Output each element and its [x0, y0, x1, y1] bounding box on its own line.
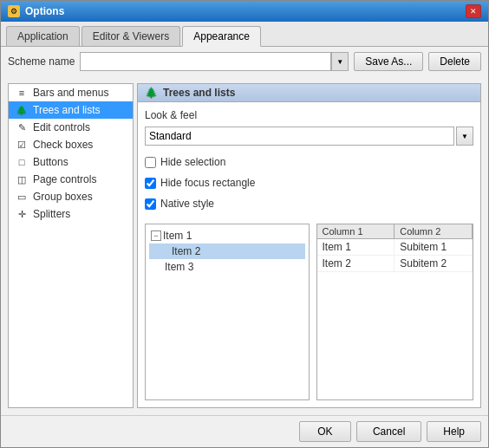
sidebar-item-edit-controls[interactable]: ✎ Edit controls	[9, 119, 133, 136]
list-header-col2: Column 2	[394, 224, 473, 238]
list-cell-2-2: Subitem 2	[394, 256, 473, 271]
sidebar-item-splitters[interactable]: ✛ Splitters	[9, 205, 133, 223]
bars-menus-icon: ≡	[16, 87, 28, 99]
native-style-checkbox[interactable]	[145, 198, 156, 210]
list-header: Column 1 Column 2	[317, 224, 473, 239]
check-boxes-icon: ☑	[16, 139, 28, 151]
title-bar-left: ⚙ Options	[8, 5, 64, 17]
list-cell-1-2: Subitem 1	[394, 239, 473, 255]
list-header-col1: Column 1	[317, 224, 395, 238]
ok-button[interactable]: OK	[299, 421, 351, 442]
look-feel-label: Look & feel	[145, 109, 473, 121]
save-as-button[interactable]: Save As...	[354, 52, 423, 71]
scheme-bar: Scheme name ▼ Save As... Delete	[1, 47, 488, 76]
look-feel-combo-row: ▼	[145, 127, 473, 146]
right-panel: 🌲 Trees and lists Look & feel ▼ Hide sel…	[137, 83, 481, 408]
sidebar-item-bars-menus[interactable]: ≡ Bars and menus	[9, 84, 133, 101]
hide-selection-checkbox[interactable]	[145, 157, 156, 168]
help-button[interactable]: Help	[427, 421, 481, 442]
list-row-2[interactable]: Item 2 Subitem 2	[317, 256, 473, 272]
tree-expand-1[interactable]: −	[151, 230, 161, 241]
content-area: ≡ Bars and menus 🌲 Trees and lists ✎ Edi…	[1, 76, 488, 415]
title-bar-controls: ✕	[466, 4, 481, 18]
list-row-1[interactable]: Item 1 Subitem 1	[317, 239, 473, 256]
tree-preview: − Item 1 Item 2 Item 3	[145, 224, 310, 400]
hide-focus-label: Hide focus rectangle	[160, 177, 255, 189]
list-cell-2-1: Item 2	[317, 256, 395, 271]
panel-header: 🌲 Trees and lists	[137, 83, 481, 102]
tree-item-2[interactable]: Item 2	[149, 243, 305, 259]
tree-item-3[interactable]: Item 3	[149, 259, 305, 275]
delete-button[interactable]: Delete	[428, 52, 481, 71]
sidebar-item-page-controls[interactable]: ◫ Page controls	[9, 171, 133, 188]
sidebar-item-trees-lists[interactable]: 🌲 Trees and lists	[9, 101, 133, 119]
list-preview: Column 1 Column 2 Item 1 Subitem 1 Item …	[316, 224, 474, 400]
bottom-bar: OK Cancel Help	[1, 415, 488, 447]
tab-appearance[interactable]: Appearance	[182, 26, 261, 47]
panel-title: Trees and lists	[163, 87, 235, 99]
hide-selection-row: Hide selection	[145, 156, 473, 168]
native-style-label: Native style	[160, 198, 214, 210]
tree-item-1[interactable]: − Item 1	[149, 228, 305, 243]
hide-selection-label: Hide selection	[160, 156, 225, 168]
sidebar: ≡ Bars and menus 🌲 Trees and lists ✎ Edi…	[8, 83, 134, 408]
page-controls-icon: ◫	[16, 173, 28, 185]
hide-focus-checkbox[interactable]	[145, 178, 156, 189]
scheme-label: Scheme name	[8, 55, 75, 68]
tab-application[interactable]: Application	[6, 26, 80, 46]
splitters-icon: ✛	[16, 208, 28, 220]
preview-area: − Item 1 Item 2 Item 3	[145, 224, 473, 400]
native-style-row: Native style	[145, 198, 473, 210]
cancel-button[interactable]: Cancel	[356, 421, 421, 442]
look-feel-combo-arrow[interactable]: ▼	[456, 127, 473, 146]
window-icon: ⚙	[8, 5, 20, 17]
sidebar-item-group-boxes[interactable]: ▭ Group boxes	[9, 188, 133, 205]
scheme-name-input[interactable]	[80, 52, 331, 71]
trees-lists-icon: 🌲	[16, 104, 28, 116]
options-window: ⚙ Options ✕ Application Editor & Viewers…	[0, 0, 489, 448]
close-button[interactable]: ✕	[466, 4, 481, 18]
panel-body: Look & feel ▼ Hide selection Hide focus …	[137, 102, 481, 408]
hide-focus-row: Hide focus rectangle	[145, 177, 473, 189]
sidebar-item-buttons[interactable]: □ Buttons	[9, 153, 133, 171]
scheme-combo-arrow[interactable]: ▼	[331, 52, 349, 71]
look-feel-input[interactable]	[145, 127, 454, 146]
group-boxes-icon: ▭	[16, 191, 28, 203]
panel-header-icon: 🌲	[145, 87, 158, 99]
sidebar-item-check-boxes[interactable]: ☑ Check boxes	[9, 136, 133, 153]
window-title: Options	[25, 5, 64, 17]
list-cell-1-1: Item 1	[317, 239, 395, 255]
buttons-icon: □	[16, 156, 28, 168]
tab-editor-viewers[interactable]: Editor & Viewers	[82, 26, 180, 46]
edit-controls-icon: ✎	[16, 121, 28, 133]
title-bar: ⚙ Options ✕	[1, 1, 488, 22]
tabs-bar: Application Editor & Viewers Appearance	[1, 22, 488, 47]
